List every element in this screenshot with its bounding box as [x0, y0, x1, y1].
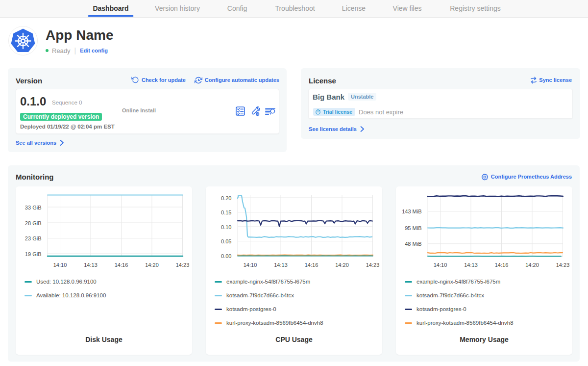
svg-text:14:13: 14:13	[274, 262, 288, 268]
svg-text:14:23: 14:23	[176, 262, 190, 268]
svg-text:0.05: 0.05	[221, 238, 231, 244]
svg-text:14:23: 14:23	[366, 262, 380, 268]
svg-text:28 GiB: 28 GiB	[25, 220, 42, 226]
svg-text:14:20: 14:20	[145, 262, 159, 268]
svg-text:33 GiB: 33 GiB	[25, 205, 42, 210]
svg-text:48 MiB: 48 MiB	[405, 241, 421, 247]
svg-text:0.15: 0.15	[221, 209, 231, 215]
svg-text:14:20: 14:20	[335, 262, 349, 268]
svg-text:14:16: 14:16	[495, 262, 509, 268]
svg-text:23 GiB: 23 GiB	[25, 235, 42, 241]
svg-text:14:10: 14:10	[244, 262, 257, 268]
svg-text:14:16: 14:16	[115, 262, 128, 268]
svg-text:0.10: 0.10	[221, 224, 231, 230]
svg-text:14:13: 14:13	[84, 262, 98, 268]
svg-text:14:16: 14:16	[305, 262, 318, 268]
svg-text:14:10: 14:10	[434, 262, 447, 268]
svg-text:14:10: 14:10	[53, 262, 67, 268]
svg-text:95 MiB: 95 MiB	[405, 225, 421, 231]
svg-text:0.20: 0.20	[221, 195, 231, 201]
svg-text:19 GiB: 19 GiB	[25, 251, 42, 257]
svg-text:143 MiB: 143 MiB	[402, 209, 421, 214]
svg-text:14:13: 14:13	[464, 262, 478, 268]
svg-text:14:20: 14:20	[525, 262, 539, 268]
svg-text:14:23: 14:23	[556, 262, 570, 268]
svg-text:0.00: 0.00	[221, 253, 231, 259]
